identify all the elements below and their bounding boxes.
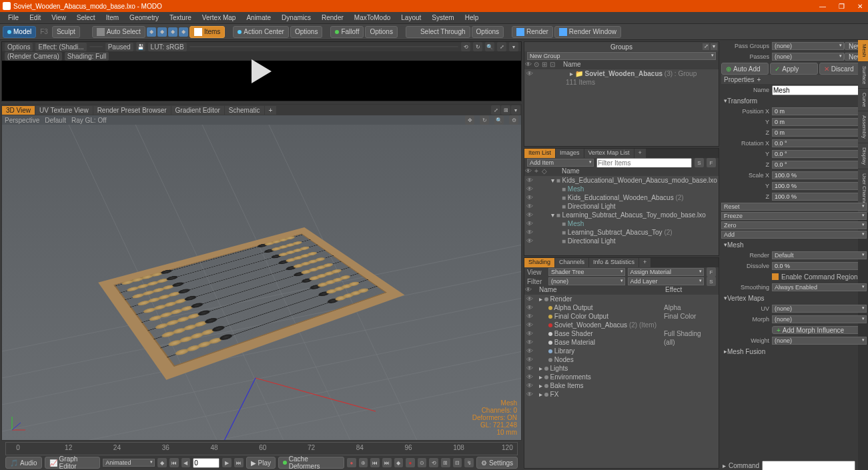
itemlist-tab-1[interactable]: Images <box>556 149 584 158</box>
timeline[interactable]: 01224364860728496108120 <box>5 442 518 455</box>
preview-lut[interactable]: LUT: sRGB <box>148 43 187 51</box>
scale-y-field[interactable]: 100.0 % <box>772 182 867 190</box>
t9[interactable]: ⊟ <box>453 458 462 467</box>
preview-effect[interactable]: Effect: (Shadi... <box>35 43 86 51</box>
menu-file[interactable]: File <box>3 14 24 21</box>
shader-row[interactable]: 👁 Nodes <box>524 355 719 364</box>
options-1-button[interactable]: Options <box>290 26 322 38</box>
minimize-button[interactable]: — <box>817 3 828 10</box>
close-button[interactable]: ✕ <box>855 3 865 10</box>
preview-btn-3[interactable]: 🔍 <box>485 42 494 51</box>
item-row[interactable]: 👁■ Learning_Subtract_Abacus_Toy (2) <box>524 228 719 237</box>
menu-render[interactable]: Render <box>316 14 349 21</box>
shading-tab-2[interactable]: Info & Statistics <box>589 258 638 267</box>
side-tab-3[interactable]: Assembly <box>858 111 868 143</box>
freeze-dropdown[interactable]: Freeze <box>721 212 867 220</box>
menu-system[interactable]: System <box>426 14 459 21</box>
passes-dropdown[interactable]: (none) <box>772 53 844 61</box>
audio-button[interactable]: 🎵Audio <box>5 457 42 469</box>
preview-options[interactable]: Options <box>5 43 33 51</box>
play-button[interactable]: ▶Play <box>246 457 276 469</box>
save-preview-icon[interactable]: 💾 <box>136 42 145 51</box>
menu-dynamics[interactable]: Dynamics <box>276 14 316 21</box>
shader-row[interactable]: 👁▸ Lights <box>524 364 719 373</box>
pass-groups-dropdown[interactable]: (none) <box>772 42 844 50</box>
shader-row[interactable]: 👁 Alpha OutputAlpha <box>524 303 719 312</box>
items-mode-button[interactable]: Items <box>189 26 225 38</box>
side-tab-2[interactable]: Curve <box>858 89 868 111</box>
add-morph-button[interactable]: +Add Morph Influence <box>772 326 867 334</box>
vp-tab-4[interactable]: Schematic <box>225 106 264 115</box>
to-start-icon[interactable]: ⏮ <box>169 458 179 467</box>
shader-row[interactable]: 👁▸ Environments <box>524 373 719 381</box>
pos-y-field[interactable]: 0 m <box>772 118 867 126</box>
item-row[interactable]: 👁■ Directional Light <box>524 202 719 211</box>
vp-tab-3[interactable]: Gradient Editor <box>171 106 224 115</box>
add-item-dropdown[interactable]: Add Item <box>527 159 594 167</box>
vp-ctrl[interactable]: ⊞ <box>501 105 510 115</box>
t2[interactable]: ⊕ <box>359 458 368 467</box>
t1[interactable]: ● <box>347 458 356 467</box>
preview-btn-5[interactable]: ▾ <box>509 42 518 51</box>
menu-help[interactable]: Help <box>460 14 484 21</box>
key-prev-icon[interactable]: ◆ <box>157 458 167 467</box>
add-layer-dropdown[interactable]: Add Layer <box>628 277 705 285</box>
apply-button[interactable]: ✓Apply <box>770 63 817 75</box>
itemlist-tab-2[interactable]: Vertex Map List <box>584 149 634 158</box>
assign-material-dropdown[interactable]: Assign Material <box>628 268 705 276</box>
shader-row[interactable]: 👁 Library <box>524 347 719 355</box>
animated-dropdown[interactable]: Animated <box>103 459 155 467</box>
sel-mode-1[interactable]: ◆ <box>147 27 156 37</box>
reset-dropdown[interactable]: Reset <box>721 203 867 211</box>
play-icon[interactable] <box>252 59 272 83</box>
shade-s[interactable]: S <box>707 277 716 286</box>
t7[interactable]: ⟲ <box>429 458 438 467</box>
vp-raygl[interactable]: Ray GL: Off <box>71 117 107 124</box>
step-back-icon[interactable]: ◀ <box>181 458 191 467</box>
uv-dropdown[interactable]: (none) <box>772 305 867 313</box>
options-2-button[interactable]: Options <box>365 26 397 38</box>
item-row[interactable]: 👁■ Directional Light <box>524 237 719 245</box>
vp-tool-1[interactable]: ✥ <box>465 115 474 125</box>
side-tab-0[interactable]: Mesh <box>858 40 868 61</box>
zero-dropdown[interactable]: Zero <box>721 221 867 229</box>
shader-row[interactable]: 👁 Base Material(all) <box>524 338 719 347</box>
vp-tab-1[interactable]: UV Texture View <box>35 106 93 115</box>
rot-y-field[interactable]: 0.0 ° <box>772 150 867 158</box>
vp-tool-4[interactable]: ⚙ <box>509 115 518 125</box>
menu-texture[interactable]: Texture <box>164 14 197 21</box>
model-mode-button[interactable]: Model <box>3 26 36 38</box>
dissolve-field[interactable]: 0.0 % <box>772 262 867 270</box>
filter-s[interactable]: S <box>695 158 704 167</box>
rot-z-field[interactable]: 0.0 ° <box>772 161 867 169</box>
vp-tab-0[interactable]: 3D View <box>2 106 35 115</box>
t4[interactable]: ⏭ <box>382 458 392 467</box>
weight-dropdown[interactable]: (none) <box>772 337 867 345</box>
shader-row[interactable]: 👁▸ Bake Items <box>524 381 719 390</box>
item-row[interactable]: 👁▾ ■ Learning_Subtract_Abacus_Toy_modo_b… <box>524 211 719 219</box>
shading-tab-3[interactable]: + <box>639 258 650 267</box>
shader-row[interactable]: 👁 Soviet_Wooden_Abacus (2) (Item) <box>524 321 719 329</box>
menu-icon[interactable]: ▾ <box>711 43 717 50</box>
frame-field[interactable] <box>193 458 220 468</box>
t6[interactable]: ⊙ <box>418 458 427 467</box>
render-button[interactable]: Render <box>512 26 553 38</box>
shader-row[interactable]: 👁▸ Render <box>524 295 719 303</box>
morph-dropdown[interactable]: (none) <box>772 315 867 323</box>
new-group-dropdown[interactable]: New Group <box>527 52 716 60</box>
3d-viewport[interactable]: MeshChannels: 0 Deformers: ONGL: 721,248… <box>2 125 521 440</box>
sel-mode-4[interactable]: ◆ <box>179 27 188 37</box>
sel-mode-3[interactable]: ◆ <box>168 27 177 37</box>
scale-x-field[interactable]: 100.0 % <box>772 171 867 179</box>
menu-animate[interactable]: Animate <box>241 14 276 21</box>
filter-items-field[interactable] <box>596 158 692 168</box>
render-dropdown[interactable]: Default <box>772 251 867 259</box>
preview-paused[interactable]: Paused <box>105 43 133 51</box>
side-tab-1[interactable]: Surface <box>858 62 868 89</box>
autoadd-button[interactable]: ⊕Auto Add <box>721 63 769 75</box>
vp-tab-5[interactable]: + <box>265 106 277 115</box>
vp-perspective[interactable]: Perspective <box>5 117 39 124</box>
filter-f[interactable]: F <box>707 158 716 167</box>
side-tab-4[interactable]: Display <box>858 143 868 169</box>
pos-x-field[interactable]: 0 m <box>772 107 867 115</box>
